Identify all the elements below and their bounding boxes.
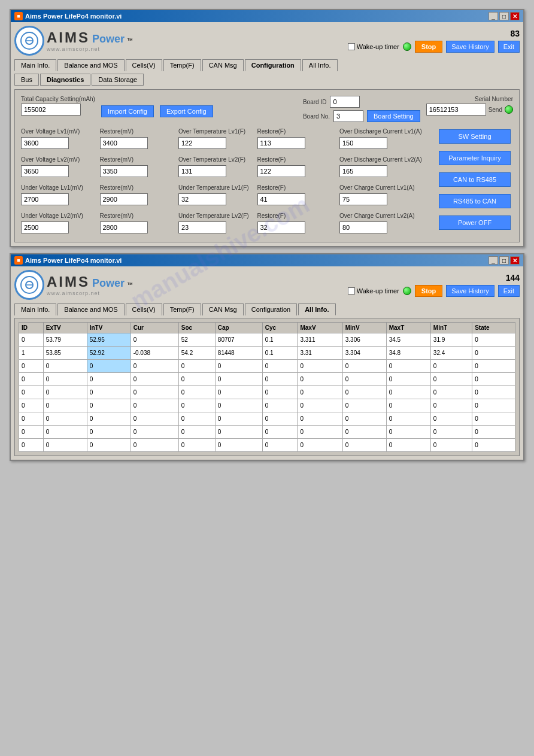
top-form-section: Total Capacity Setting(mAh) Import Confi…: [21, 96, 513, 122]
table-cell: 0: [430, 439, 472, 452]
wake-up-checkbox-1[interactable]: [348, 43, 355, 50]
table-cell: 0: [131, 412, 178, 426]
over-volt-lv1-input[interactable]: [21, 137, 69, 149]
table-cell: 31.9: [430, 333, 472, 347]
table-cell: 0: [472, 347, 515, 360]
send-label: Send: [489, 107, 502, 113]
table-cell: 0: [19, 373, 44, 386]
import-config-button[interactable]: Import Config: [101, 105, 154, 117]
stop-button-2[interactable]: Stop: [415, 285, 442, 297]
over-volt-lv2-input[interactable]: [21, 165, 69, 177]
tab-temp-1[interactable]: Temp(F): [163, 59, 201, 71]
total-capacity-input[interactable]: [21, 104, 81, 116]
logo-circle-2: [14, 270, 44, 300]
header-area-1: AIMS Power ™ www.aimscorp.net 83: [14, 26, 520, 56]
tab-temp-2[interactable]: Temp(F): [163, 303, 201, 315]
tab-all-info-2[interactable]: All Info.: [298, 303, 335, 315]
over-temp-lv2-restore-input[interactable]: [257, 165, 305, 177]
table-cell: 0: [19, 386, 44, 399]
board-setting-button[interactable]: Board Setting: [367, 110, 420, 122]
tab-main-info-1[interactable]: Main Info.: [14, 59, 56, 71]
table-cell: 0: [43, 426, 87, 439]
tab-balance-mos-1[interactable]: Balance and MOS: [57, 59, 124, 71]
table-row: 000000000000: [19, 386, 515, 399]
table-cell: 0: [342, 360, 386, 373]
tab-cells-2[interactable]: Cells(V): [126, 303, 162, 315]
tab-cells-1[interactable]: Cells(V): [126, 59, 162, 71]
tab-can-msg-2[interactable]: CAN Msg: [202, 303, 244, 315]
board-id-input[interactable]: [330, 96, 360, 108]
over-discharge-lv2-input[interactable]: [339, 165, 387, 177]
over-temp-lv1-input[interactable]: [178, 137, 226, 149]
close-btn-1[interactable]: ✕: [510, 12, 520, 20]
can-to-rs485-button[interactable]: CAN to RS485: [439, 172, 511, 187]
parameter-inquiry-button[interactable]: Parameter Inquiry: [439, 151, 511, 165]
over-volt-lv2-restore-label: Restore(mV): [100, 156, 177, 163]
param-row-1: Over Voltage Lv1(mV) Restore(mV) Over Te…: [21, 127, 333, 150]
over-charge-lv1-group: Over Charge Current Lv1(A): [339, 183, 430, 207]
tab-balance-mos-2[interactable]: Balance and MOS: [57, 303, 124, 315]
table-cell: 0: [342, 439, 386, 452]
under-volt-lv2-restore-group: Restore(mV): [100, 211, 177, 235]
minimize-btn-2[interactable]: _: [489, 256, 498, 265]
table-cell: 0: [386, 386, 430, 399]
maximize-btn-1[interactable]: □: [499, 12, 509, 20]
counter-1: 83: [510, 29, 520, 38]
rs485-to-can-button[interactable]: RS485 to CAN: [439, 194, 511, 208]
param-row-2: Over Voltage Lv2(mV) Restore(mV) Over Te…: [21, 155, 333, 178]
exit-button-1[interactable]: Exit: [498, 41, 520, 53]
under-volt-lv1-restore-input[interactable]: [100, 193, 148, 205]
sub-tab-diagnostics-1[interactable]: Diagnostics: [40, 74, 90, 86]
save-history-button-1[interactable]: Save History: [446, 41, 494, 53]
under-volt-lv2-restore-input[interactable]: [100, 221, 148, 233]
minimize-btn-1[interactable]: _: [489, 12, 498, 20]
wake-up-checkbox-2[interactable]: [348, 287, 355, 294]
under-temp-lv1-restore-input[interactable]: [257, 193, 305, 205]
sw-setting-button[interactable]: SW Setting: [439, 129, 511, 144]
stop-button-1[interactable]: Stop: [415, 41, 442, 53]
sub-tab-bus-1[interactable]: Bus: [14, 74, 39, 86]
board-no-input[interactable]: [333, 110, 363, 122]
wake-up-label-1: Wake-up timer: [357, 43, 399, 50]
table-cell: 3.311: [298, 333, 342, 347]
maximize-btn-2[interactable]: □: [499, 256, 509, 265]
param-row-3: Under Voltage Lv1(mV) Restore(mV) Under …: [21, 183, 333, 207]
over-charge-lv1-input[interactable]: [339, 193, 387, 205]
tab-configuration-1[interactable]: Configuration: [245, 59, 301, 71]
table-cell: 0: [342, 426, 386, 439]
over-temp-lv2-group: Over Temperature Lv2(F): [178, 155, 255, 178]
over-temp-lv1-restore-label: Restore(F): [257, 128, 334, 135]
over-discharge-lv1-input[interactable]: [339, 137, 387, 149]
table-cell: 0: [43, 412, 87, 426]
exit-button-2[interactable]: Exit: [498, 285, 520, 297]
tab-can-msg-1[interactable]: CAN Msg: [202, 59, 244, 71]
under-temp-lv1-input[interactable]: [178, 193, 226, 205]
serial-number-input[interactable]: [426, 104, 486, 116]
tab-configuration-2[interactable]: Configuration: [245, 303, 297, 315]
tab-main-info-2[interactable]: Main Info.: [14, 303, 56, 315]
save-history-button-2[interactable]: Save History: [446, 285, 494, 297]
export-config-button[interactable]: Export Config: [160, 105, 213, 117]
under-temp-lv2-restore-input[interactable]: [257, 221, 305, 233]
table-cell: 0: [430, 360, 472, 373]
under-temp-lv2-input[interactable]: [178, 221, 226, 233]
sub-tab-data-storage-1[interactable]: Data Storage: [92, 74, 144, 86]
tab-all-info-1[interactable]: All Info.: [302, 59, 338, 71]
close-btn-2[interactable]: ✕: [510, 256, 520, 265]
table-cell: 0: [215, 386, 262, 399]
col-header-cap: Cap: [215, 323, 262, 333]
over-volt-lv2-restore-input[interactable]: [100, 165, 148, 177]
over-volt-lv2-restore-group: Restore(mV): [100, 155, 177, 178]
table-cell: 0: [472, 412, 515, 426]
over-charge-lv2-input[interactable]: [339, 221, 387, 233]
over-volt-lv1-restore-input[interactable]: [100, 137, 148, 149]
over-temp-lv2-input[interactable]: [178, 165, 226, 177]
power-off-button[interactable]: Power OFF: [439, 215, 511, 230]
under-volt-lv1-input[interactable]: [21, 193, 69, 205]
table-cell: 0: [87, 439, 131, 452]
table-cell: 0: [19, 439, 44, 452]
over-temp-lv1-restore-input[interactable]: [257, 137, 305, 149]
table-cell: 0: [87, 373, 131, 386]
under-volt-lv2-input[interactable]: [21, 221, 69, 233]
header-controls-1: Wake-up timer Stop Save History Exit: [348, 41, 520, 53]
